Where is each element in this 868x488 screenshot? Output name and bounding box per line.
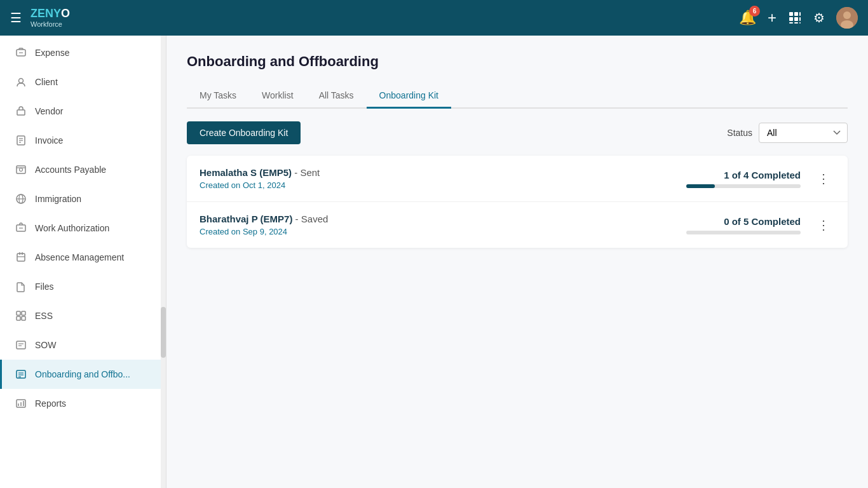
sidebar-label-immigration: Immigration bbox=[35, 194, 81, 204]
kit-right-2: 0 of 5 Completed ⋮ bbox=[670, 216, 835, 234]
progress-bar-fill-1 bbox=[686, 184, 715, 188]
sidebar-item-work-authorization[interactable]: Work Authorization bbox=[0, 214, 166, 243]
kit-date-2: Created on Sep 9, 2024 bbox=[200, 227, 670, 236]
kit-name-1: Hemalatha S (EMP5) - Sent bbox=[200, 167, 670, 178]
sidebar-item-client[interactable]: Client bbox=[0, 67, 166, 97]
logo-text: ZENYO bbox=[31, 8, 70, 20]
sidebar-label-work-authorization: Work Authorization bbox=[35, 223, 109, 233]
svg-rect-4 bbox=[794, 17, 798, 21]
sidebar-item-immigration[interactable]: Immigration bbox=[0, 184, 166, 214]
kit-name-2: Bharathvaj P (EMP7) - Saved bbox=[200, 214, 670, 224]
client-icon bbox=[15, 76, 27, 88]
sidebar-item-invoice[interactable]: Invoice bbox=[0, 126, 166, 155]
status-select[interactable]: All Sent Saved Completed bbox=[759, 123, 848, 143]
tab-bar: My Tasks Worklist All Tasks Onboarding K… bbox=[187, 84, 848, 109]
svg-rect-0 bbox=[789, 12, 793, 16]
user-avatar[interactable] bbox=[836, 7, 858, 29]
logo-sub: Workforce bbox=[31, 20, 70, 28]
svg-rect-5 bbox=[799, 17, 801, 21]
sidebar-label-onboarding: Onboarding and Offbo... bbox=[35, 369, 130, 379]
svg-rect-34 bbox=[17, 316, 20, 320]
svg-rect-28 bbox=[17, 254, 25, 261]
notifications-button[interactable]: 🔔 6 bbox=[739, 10, 756, 26]
svg-rect-1 bbox=[794, 12, 798, 16]
absence-management-icon bbox=[15, 251, 27, 264]
svg-rect-6 bbox=[789, 22, 793, 24]
sidebar-item-files[interactable]: Files bbox=[0, 272, 166, 301]
tab-onboarding-kit[interactable]: Onboarding Kit bbox=[367, 84, 451, 109]
sidebar-label-vendor: Vendor bbox=[35, 106, 63, 116]
expense-icon bbox=[15, 46, 27, 59]
sidebar-item-vendor[interactable]: Vendor bbox=[0, 97, 166, 126]
sidebar-item-sow[interactable]: SOW bbox=[0, 330, 166, 360]
status-filter: Status All Sent Saved Completed bbox=[727, 123, 848, 143]
tab-worklist[interactable]: Worklist bbox=[249, 84, 306, 109]
svg-rect-33 bbox=[22, 311, 25, 315]
sidebar-label-client: Client bbox=[35, 77, 58, 87]
sidebar-item-reports[interactable]: Reports bbox=[0, 389, 166, 418]
sidebar-item-ess[interactable]: ESS bbox=[0, 301, 166, 330]
sidebar-label-accounts-payable: Accounts Payable bbox=[35, 165, 106, 175]
sidebar-label-ess: ESS bbox=[35, 311, 53, 321]
add-button[interactable]: + bbox=[768, 9, 776, 27]
sidebar: Expense Client Vendor Invoice bbox=[0, 36, 166, 488]
kit-info-2: Bharathvaj P (EMP7) - Saved Created on S… bbox=[200, 214, 670, 236]
sidebar-label-absence-management: Absence Management bbox=[35, 252, 124, 262]
svg-rect-7 bbox=[794, 22, 798, 24]
sidebar-item-absence-management[interactable]: Absence Management bbox=[0, 243, 166, 272]
svg-rect-32 bbox=[17, 311, 20, 315]
page-title: Onboarding and Offboarding bbox=[187, 53, 848, 70]
apps-button[interactable] bbox=[788, 11, 802, 25]
svg-rect-2 bbox=[799, 12, 801, 16]
settings-button[interactable]: ⚙ bbox=[813, 10, 825, 25]
sidebar-label-sow: SOW bbox=[35, 340, 56, 350]
progress-bar-wrap-2 bbox=[686, 231, 801, 234]
kit-right-1: 1 of 4 Completed ⋮ bbox=[670, 170, 835, 188]
svg-rect-20 bbox=[17, 166, 25, 173]
completion-text-1: 1 of 4 Completed bbox=[686, 170, 801, 180]
svg-point-10 bbox=[843, 11, 851, 19]
completion-text-2: 0 of 5 Completed bbox=[686, 216, 801, 227]
sidebar-label-expense: Expense bbox=[35, 48, 69, 58]
menu-button[interactable]: ☰ bbox=[10, 10, 22, 25]
svg-point-14 bbox=[19, 79, 24, 83]
sidebar-item-accounts-payable[interactable]: Accounts Payable bbox=[0, 155, 166, 184]
svg-rect-35 bbox=[22, 316, 25, 320]
completion-block-2: 0 of 5 Completed bbox=[686, 216, 801, 234]
tab-all-tasks[interactable]: All Tasks bbox=[306, 84, 367, 109]
tab-my-tasks[interactable]: My Tasks bbox=[187, 84, 249, 109]
sidebar-list: Expense Client Vendor Invoice bbox=[0, 36, 166, 488]
sidebar-item-onboarding[interactable]: Onboarding and Offbo... bbox=[0, 360, 166, 389]
notification-badge: 6 bbox=[749, 6, 760, 17]
sidebar-item-expense[interactable]: Expense bbox=[0, 38, 166, 67]
sidebar-label-invoice: Invoice bbox=[35, 135, 63, 146]
logo: ZENYO Workforce bbox=[31, 8, 70, 28]
progress-bar-wrap-1 bbox=[686, 184, 801, 188]
svg-rect-3 bbox=[789, 17, 793, 21]
completion-block-1: 1 of 4 Completed bbox=[686, 170, 801, 188]
sow-icon bbox=[15, 339, 27, 351]
sidebar-label-reports: Reports bbox=[35, 398, 66, 409]
onboarding-icon bbox=[15, 368, 27, 381]
svg-rect-8 bbox=[799, 22, 801, 24]
svg-point-21 bbox=[20, 168, 23, 172]
kit-menu-button-1[interactable]: ⋮ bbox=[812, 170, 835, 187]
create-onboarding-kit-button[interactable]: Create Onboarding Kit bbox=[187, 121, 301, 144]
accounts-payable-icon bbox=[15, 163, 27, 176]
toolbar: Create Onboarding Kit Status All Sent Sa… bbox=[187, 121, 848, 144]
table-row: Hemalatha S (EMP5) - Sent Created on Oct… bbox=[187, 156, 848, 202]
kit-status-tag-2: - Saved bbox=[295, 214, 329, 224]
table-row: Bharathvaj P (EMP7) - Saved Created on S… bbox=[187, 202, 848, 248]
sidebar-scrollbar-thumb bbox=[161, 307, 166, 358]
files-icon bbox=[15, 280, 27, 293]
work-authorization-icon bbox=[15, 222, 27, 234]
kit-menu-button-2[interactable]: ⋮ bbox=[812, 216, 835, 234]
svg-rect-36 bbox=[17, 341, 25, 349]
status-filter-label: Status bbox=[727, 128, 752, 138]
top-navigation: ☰ ZENYO Workforce 🔔 6 + bbox=[0, 0, 868, 36]
svg-rect-15 bbox=[17, 110, 25, 115]
kit-status-tag-1: - Sent bbox=[294, 167, 320, 178]
main-content: Onboarding and Offboarding My Tasks Work… bbox=[166, 36, 868, 488]
invoice-icon bbox=[15, 134, 27, 147]
kit-date-1: Created on Oct 1, 2024 bbox=[200, 180, 670, 190]
